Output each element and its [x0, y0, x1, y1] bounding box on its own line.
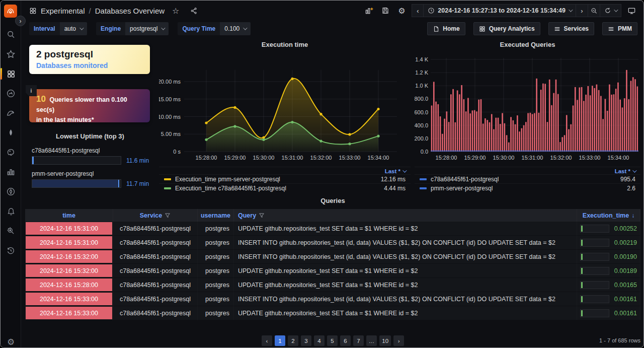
- next-page-button[interactable]: ›: [393, 335, 404, 346]
- svg-text:1.2 K: 1.2 K: [415, 69, 428, 76]
- explore-icon[interactable]: [1, 182, 21, 201]
- nav-button-pmm[interactable]: PMM: [602, 22, 637, 35]
- page-button-10[interactable]: 10: [379, 335, 391, 346]
- time-forward-icon[interactable]: ›: [576, 4, 588, 17]
- legend-row[interactable]: c78a68445f61-postgresql995.4: [415, 174, 640, 183]
- time-value: 2024-12-16 15:33:00: [26, 307, 112, 319]
- series-label[interactable]: Execution_time pmm-server-postgresql: [175, 176, 280, 183]
- save-dashboard-icon[interactable]: [378, 4, 392, 17]
- search-icon[interactable]: [1, 25, 21, 44]
- prev-page-button[interactable]: ‹: [262, 335, 272, 346]
- executed-queries-chart[interactable]: 0.0200.0400.0600.0800.01.0 K1.2 K1.4 K15…: [415, 51, 640, 166]
- series-label[interactable]: c78a68445f61-postgresql: [431, 176, 499, 183]
- svg-text:600.0: 600.0: [415, 109, 428, 115]
- query-analytics-icon[interactable]: [1, 221, 21, 241]
- kiosk-mode-icon[interactable]: [624, 4, 638, 17]
- stat-label: Databases monitored: [36, 61, 143, 69]
- column-header-username[interactable]: username: [198, 209, 234, 222]
- add-panel-icon[interactable]: [362, 4, 376, 17]
- cell-execution-time: 0.00189: [577, 264, 640, 278]
- refresh-icon[interactable]: [600, 4, 621, 17]
- page-button-5[interactable]: 5: [327, 335, 338, 346]
- home-dashboard-icon[interactable]: [1, 84, 21, 103]
- filter-engine[interactable]: Enginepostgresql: [96, 22, 169, 35]
- page-button-6[interactable]: 6: [340, 335, 351, 346]
- filter-query-time[interactable]: Query Time0.100: [178, 22, 251, 35]
- databases-monitored-stat[interactable]: 2 postgresql Databases monitored: [29, 45, 150, 74]
- series-label[interactable]: Execution_time c78a68445f61-postgresql: [175, 185, 286, 192]
- filter-interval[interactable]: Intervalauto: [29, 22, 87, 35]
- page-button-1[interactable]: 1: [275, 335, 285, 346]
- star-icon[interactable]: ☆: [169, 4, 183, 17]
- column-header-time[interactable]: time: [25, 209, 113, 222]
- sort-desc-icon[interactable]: ↓: [631, 212, 634, 219]
- uptime-gauge: c78a68445f61-postgresql 11.6 min: [25, 147, 155, 165]
- share-icon[interactable]: [187, 4, 201, 17]
- cell-time: 2024-12-16 15:31:00: [25, 236, 113, 250]
- column-header-execution-time[interactable]: Execution_time↓: [577, 209, 640, 222]
- slow-queries-text-2: in the last minutes*: [36, 115, 143, 125]
- dashboards-icon[interactable]: [1, 64, 21, 84]
- alerting-icon[interactable]: [1, 201, 21, 221]
- legend-row[interactable]: pmm-server-postgresql2.6: [415, 183, 640, 192]
- cell-query: UPDATE github.repositories_test SET data…: [234, 264, 577, 278]
- legend-sort-header[interactable]: Last *: [159, 167, 411, 174]
- slow-queries-stat[interactable]: 10 Queries slower than 0.100 sec(s) in t…: [29, 89, 150, 122]
- expand-sidebar-button[interactable]: ›: [15, 16, 26, 26]
- time-back-icon[interactable]: ‹: [412, 4, 424, 17]
- execution-time-chart[interactable]: 0 s5.00 ms10.00 ms15.00 ms20.00 ms15:28:…: [159, 51, 411, 166]
- legend-row[interactable]: Execution_time c78a68445f61-postgresql4.…: [159, 183, 411, 192]
- breadcrumb-separator: /: [89, 7, 91, 15]
- postgresql-icon[interactable]: [1, 143, 21, 162]
- series-swatch: [164, 187, 171, 189]
- legend-sort-header[interactable]: Last *: [415, 167, 640, 174]
- bar-chart-icon[interactable]: [1, 162, 21, 182]
- filter-icon[interactable]: [259, 213, 265, 219]
- column-header-service[interactable]: Service: [113, 209, 198, 222]
- svg-text:15:29:00: 15:29:00: [464, 155, 486, 161]
- cell-query: INSERT INTO github.repositories_test (id…: [234, 292, 577, 306]
- svg-text:15:34:00: 15:34:00: [368, 155, 389, 161]
- mysql-icon[interactable]: [1, 103, 21, 123]
- time-value: 2024-12-16 15:31:00: [26, 236, 112, 249]
- starred-icon[interactable]: [1, 44, 21, 64]
- history-icon[interactable]: [1, 241, 21, 260]
- filter-icon[interactable]: [165, 213, 171, 219]
- filter-value-dropdown[interactable]: auto: [60, 22, 87, 35]
- page-button-4[interactable]: 4: [314, 335, 325, 346]
- page-button-7[interactable]: 7: [353, 335, 364, 346]
- zoom-out-icon[interactable]: [588, 4, 600, 17]
- time-range-button[interactable]: 2024-12-16 15:27:13 to 2024-12-16 15:34:…: [424, 4, 576, 17]
- settings-icon[interactable]: ⚙: [1, 337, 21, 348]
- nav-button-services[interactable]: Services: [548, 22, 594, 35]
- bar-gauge: [32, 156, 121, 165]
- breadcrumb-page[interactable]: Databases Overview: [95, 7, 165, 15]
- filter-value-dropdown[interactable]: postgresql: [125, 22, 169, 35]
- execution-time-value: 0.00189: [614, 267, 637, 274]
- page-button-2[interactable]: 2: [288, 335, 298, 346]
- nav-button-home[interactable]: Home: [427, 22, 465, 35]
- execution-time-bar: [580, 295, 609, 303]
- series-value: 2.6: [627, 185, 635, 192]
- cell-time: 2024-12-16 15:33:00: [25, 306, 113, 320]
- filter-value-dropdown[interactable]: 0.100: [220, 22, 251, 35]
- mongodb-icon[interactable]: [1, 123, 21, 143]
- filter-label: Interval: [29, 22, 60, 35]
- cell-query: UPDATE github.repositories_test SET data…: [234, 278, 577, 292]
- column-header-query[interactable]: Query: [234, 209, 577, 222]
- svg-text:15:31:00: 15:31:00: [282, 155, 303, 161]
- series-label[interactable]: pmm-server-postgresql: [431, 185, 493, 192]
- svg-text:1.4 K: 1.4 K: [415, 56, 428, 62]
- nav-button-query-analytics[interactable]: Query Analytics: [473, 22, 540, 35]
- cell-username: postgres: [198, 278, 234, 292]
- dashboard-settings-icon[interactable]: ⚙: [394, 4, 409, 17]
- menu-icon: [554, 26, 560, 32]
- page-button-3[interactable]: 3: [301, 335, 311, 346]
- legend-row[interactable]: Execution_time pmm-server-postgresql12.1…: [159, 174, 411, 183]
- page-ellipsis[interactable]: …: [366, 335, 377, 346]
- cell-username: postgres: [198, 236, 234, 250]
- execution-time-value: 0.00190: [614, 253, 637, 260]
- pmm-logo[interactable]: [4, 5, 17, 18]
- breadcrumb-folder[interactable]: Experimental: [41, 7, 85, 15]
- info-corner-icon[interactable]: i: [26, 85, 37, 96]
